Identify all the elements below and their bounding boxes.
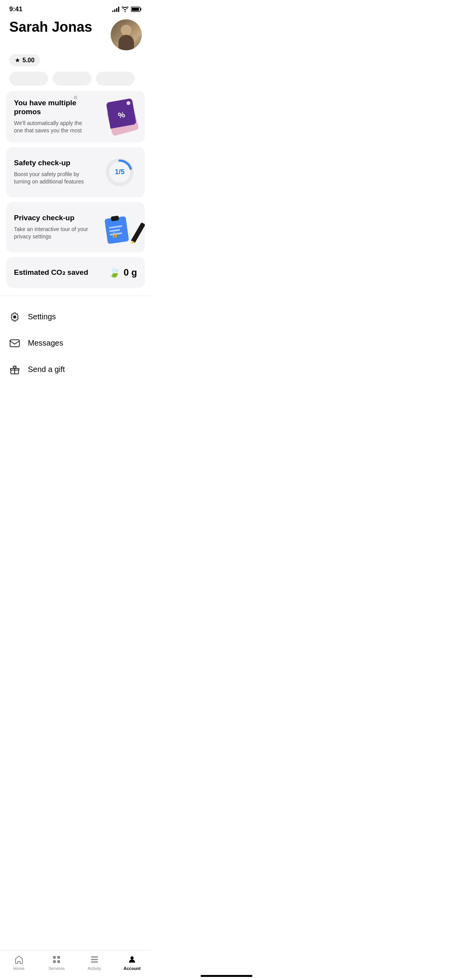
profile-header: Sarah Jonas <box>0 16 151 50</box>
user-name: Sarah Jonas <box>9 19 92 35</box>
status-time: 9:41 <box>9 5 22 13</box>
gift-icon <box>9 364 20 375</box>
filter-pill-1[interactable] <box>9 72 48 86</box>
privacy-card-title: Privacy check-up <box>14 214 90 223</box>
co2-amount: 0 g <box>124 267 137 278</box>
promo-dot <box>74 96 77 99</box>
menu-gift-label: Send a gift <box>28 365 65 374</box>
gear-icon <box>9 312 20 322</box>
safety-card[interactable]: Safety check-up Boost your safety profil… <box>6 147 145 197</box>
rating-badge[interactable]: ★ 5.00 <box>9 54 40 66</box>
menu-item-gift[interactable]: Send a gift <box>9 356 142 383</box>
co2-card[interactable]: Estimated CO₂ saved 🍃 0 g <box>6 257 145 288</box>
privacy-card[interactable]: Privacy check-up Take an interactive tou… <box>6 202 145 252</box>
safety-arc-icon <box>106 158 134 186</box>
promo-card-desc: We'll automatically apply the one that s… <box>14 120 90 135</box>
co2-card-text: Estimated CO₂ saved <box>14 268 90 277</box>
menu-item-settings[interactable]: Settings <box>9 304 142 330</box>
avatar-image <box>111 19 142 50</box>
menu-section: Settings Messages Send a <box>0 304 151 383</box>
promo-card-visual: % <box>102 99 137 134</box>
promo-card-title: You have multiple promos <box>14 99 90 117</box>
svg-rect-2 <box>132 8 139 11</box>
menu-settings-label: Settings <box>28 312 56 321</box>
svg-rect-1 <box>141 8 142 10</box>
co2-value: 🍃 0 g <box>108 266 137 278</box>
leaf-icon: 🍃 <box>108 266 120 278</box>
privacy-card-desc: Take an interactive tour of your privacy… <box>14 226 90 241</box>
wifi-icon <box>122 7 129 12</box>
star-icon: ★ <box>15 57 20 64</box>
rating-value: 5.00 <box>22 57 34 64</box>
envelope-icon <box>9 338 20 349</box>
filter-pill-3[interactable] <box>96 72 135 86</box>
promo-card[interactable]: You have multiple promos We'll automatic… <box>6 91 145 142</box>
cards-section: You have multiple promos We'll automatic… <box>0 91 151 288</box>
promo-tag-icon: % <box>103 100 136 133</box>
promo-card-text: You have multiple promos We'll automatic… <box>14 99 90 135</box>
battery-icon <box>131 7 142 12</box>
menu-item-messages[interactable]: Messages <box>9 330 142 356</box>
privacy-card-text: Privacy check-up Take an interactive tou… <box>14 214 90 241</box>
avatar[interactable] <box>111 19 142 50</box>
signal-icon <box>112 7 119 12</box>
section-divider <box>0 296 151 296</box>
user-name-section: Sarah Jonas <box>9 19 92 35</box>
safety-card-title: Safety check-up <box>14 159 90 168</box>
status-icons <box>112 7 142 12</box>
safety-progress-circle: 1/5 <box>106 158 134 186</box>
safety-card-visual: 1/5 <box>102 155 137 190</box>
privacy-card-visual: 🔒 <box>102 210 137 245</box>
safety-card-text: Safety check-up Boost your safety profil… <box>14 159 90 186</box>
filter-pill-2[interactable] <box>53 72 91 86</box>
clipboard-icon: 🔒 <box>104 212 135 243</box>
co2-card-title: Estimated CO₂ saved <box>14 268 90 277</box>
filter-pills-row <box>0 66 151 91</box>
status-bar: 9:41 <box>0 0 151 16</box>
svg-rect-5 <box>10 340 19 347</box>
menu-messages-label: Messages <box>28 339 63 348</box>
safety-card-desc: Boost your safety profile by turning on … <box>14 171 90 186</box>
